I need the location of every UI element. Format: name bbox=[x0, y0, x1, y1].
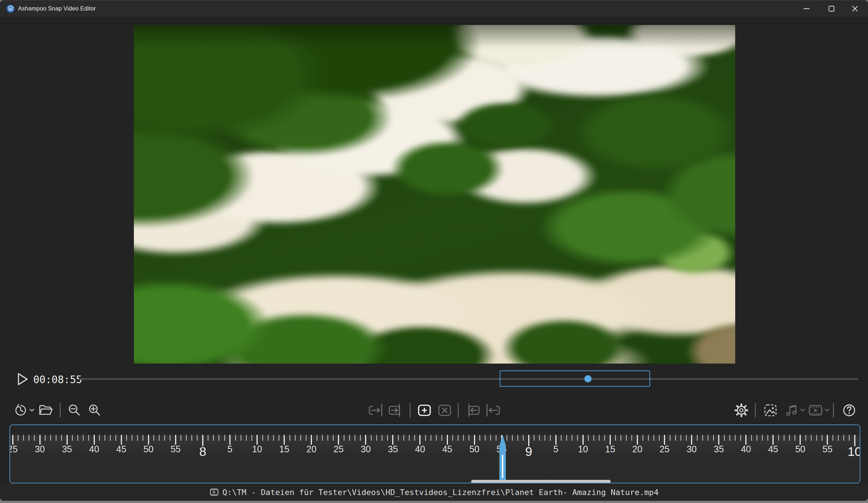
ruler-tick bbox=[153, 435, 154, 441]
ruler-tick bbox=[431, 435, 431, 441]
ruler-second-label: 50 bbox=[460, 444, 489, 454]
ruler-tick bbox=[143, 435, 143, 441]
ruler-second-label: 25 bbox=[9, 444, 27, 454]
help-button[interactable] bbox=[841, 402, 857, 419]
zoom-out-button[interactable] bbox=[67, 402, 82, 419]
ruler-tick bbox=[659, 435, 660, 441]
ruler-tick bbox=[757, 435, 757, 441]
seek-position-dot[interactable] bbox=[584, 375, 592, 382]
trim-start-button[interactable] bbox=[485, 402, 501, 419]
window-title: Ashampoo Snap Video Editor bbox=[18, 0, 96, 17]
ruler-tick bbox=[333, 435, 334, 441]
ruler-tick bbox=[344, 435, 344, 441]
minimize-button[interactable] bbox=[795, 0, 818, 17]
ruler-tick bbox=[550, 435, 551, 441]
ruler-tick bbox=[181, 435, 181, 441]
ruler-second-label: 50 bbox=[786, 444, 815, 454]
open-file-button[interactable] bbox=[38, 402, 54, 419]
add-segment-icon bbox=[416, 403, 433, 418]
ruler-tick bbox=[566, 435, 567, 441]
ruler-tick bbox=[355, 435, 355, 441]
ruler-tick bbox=[284, 435, 285, 445]
ruler-tick bbox=[718, 435, 719, 445]
ruler-tick bbox=[197, 435, 198, 441]
ruler-tick bbox=[458, 435, 458, 441]
ruler-tick bbox=[365, 435, 366, 445]
ruler-tick bbox=[843, 435, 844, 441]
ruler-tick bbox=[545, 435, 545, 441]
recent-history-button[interactable] bbox=[13, 402, 34, 419]
app-logo-icon[interactable] bbox=[6, 4, 15, 13]
audio-options-button[interactable] bbox=[784, 402, 805, 419]
toolbar-separator bbox=[60, 403, 61, 418]
chevron-down-icon bbox=[825, 408, 830, 412]
ruler-tick bbox=[833, 435, 833, 441]
ruler-tick bbox=[724, 435, 725, 441]
ruler-second-label: 15 bbox=[270, 444, 299, 454]
ruler-tick bbox=[838, 435, 839, 441]
move-segment-start-icon bbox=[465, 403, 481, 418]
trim-end-button[interactable] bbox=[367, 402, 384, 419]
seek-viewport-rect[interactable] bbox=[500, 370, 650, 387]
ruler-tick bbox=[572, 435, 572, 441]
ruler-tick bbox=[12, 435, 13, 445]
close-icon bbox=[850, 4, 860, 13]
ruler-tick bbox=[648, 435, 649, 441]
ruler-tick bbox=[686, 435, 687, 441]
export-video-button[interactable] bbox=[808, 402, 830, 419]
play-button[interactable] bbox=[14, 371, 30, 387]
ruler-tick bbox=[637, 435, 638, 445]
ruler-tick bbox=[327, 435, 328, 441]
ruler-second-label: 55 bbox=[813, 444, 842, 454]
ruler-tick bbox=[789, 435, 790, 441]
remove-segment-button[interactable] bbox=[436, 402, 453, 419]
ruler-tick bbox=[241, 435, 241, 441]
timeline-scrollbar-thumb[interactable] bbox=[471, 480, 611, 483]
close-button[interactable] bbox=[843, 0, 867, 17]
remove-segment-icon bbox=[436, 403, 453, 418]
move-segment-start-button[interactable] bbox=[465, 402, 481, 419]
ruler-tick bbox=[61, 435, 62, 441]
ruler-tick bbox=[229, 435, 230, 445]
ruler-tick bbox=[39, 435, 41, 445]
status-bar: Q:\TM - Dateien für Tester\Videos\HD_Tes… bbox=[0, 483, 868, 501]
ruler-tick bbox=[257, 435, 258, 445]
ruler-tick bbox=[708, 435, 708, 441]
maximize-button[interactable] bbox=[820, 0, 843, 17]
ruler-second-label: 55 bbox=[161, 444, 190, 454]
ruler-tick bbox=[126, 435, 127, 441]
ruler-tick bbox=[29, 435, 29, 441]
ruler-tick bbox=[376, 435, 377, 441]
title-bar: Ashampoo Snap Video Editor bbox=[0, 0, 868, 17]
export-frame-button[interactable] bbox=[763, 402, 779, 419]
zoom-in-button[interactable] bbox=[87, 402, 102, 419]
current-file-path: Q:\TM - Dateien für Tester\Videos\HD_Tes… bbox=[223, 488, 659, 497]
ruler-tick bbox=[317, 435, 317, 441]
add-segment-button[interactable] bbox=[416, 402, 433, 419]
ruler-tick bbox=[159, 435, 160, 441]
timeline-ruler[interactable]: 2530354045505585101520253035404550559510… bbox=[9, 424, 860, 483]
seek-track[interactable] bbox=[79, 378, 858, 380]
ruler-tick bbox=[713, 435, 714, 441]
zoom-in-icon bbox=[87, 403, 102, 418]
ruler-tick bbox=[164, 435, 165, 441]
ruler-tick bbox=[349, 435, 350, 441]
settings-button[interactable] bbox=[734, 402, 749, 419]
ruler-tick bbox=[697, 435, 698, 441]
ruler-tick bbox=[593, 435, 594, 441]
ruler-second-label: 35 bbox=[52, 444, 81, 454]
toolbar-separator bbox=[755, 403, 756, 418]
move-segment-end-button[interactable] bbox=[387, 402, 404, 419]
zoom-out-icon bbox=[67, 403, 82, 418]
ruler-tick bbox=[208, 435, 208, 441]
ruler-second-label: 30 bbox=[25, 444, 54, 454]
ruler-second-label: 35 bbox=[378, 444, 407, 454]
ruler-tick bbox=[115, 435, 116, 441]
ruler-tick bbox=[767, 435, 768, 441]
ruler-tick bbox=[105, 435, 105, 441]
ruler-tick bbox=[219, 435, 219, 441]
ruler-tick bbox=[762, 435, 763, 441]
ruler-tick bbox=[137, 435, 138, 441]
ruler-second-label: 15 bbox=[596, 444, 624, 454]
timeline-playhead[interactable] bbox=[499, 435, 506, 480]
